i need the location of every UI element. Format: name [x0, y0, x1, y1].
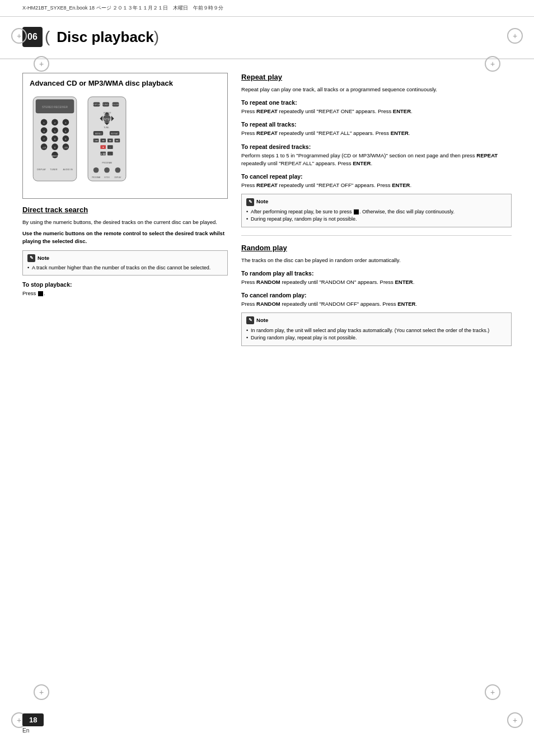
svg-text:0: 0: [54, 146, 55, 149]
corner-decoration-tr2: [485, 56, 500, 72]
advanced-section-title: Advanced CD or MP3/WMA disc playback: [30, 79, 221, 88]
cancel-repeat-body: Press REPEAT repeatedly until "REPEAT OF…: [241, 181, 512, 189]
stop-symbol-note: [354, 209, 359, 214]
repeat-all-body: Press REPEAT repeatedly until "REPEAT AL…: [241, 129, 512, 137]
title-bracket-open: (: [45, 28, 50, 46]
stop-playback-heading: To stop playback:: [22, 281, 228, 288]
stop-playback-body: Press .: [22, 290, 228, 297]
repeat-note-header: ✎ Note: [246, 198, 507, 206]
header-bar: X-HM21BT_SYXE8_En.book 18 ページ ２０１３年１１月２１…: [0, 0, 534, 17]
repeat-one-heading: To repeat one track:: [241, 99, 512, 106]
repeat-note-box: ✎ Note After performing repeat play, be …: [241, 194, 512, 227]
svg-text:DISPLAY: DISPLAY: [114, 176, 121, 179]
cancel-random-heading: To cancel random play:: [241, 292, 512, 298]
svg-point-70: [115, 167, 121, 173]
random-note-icon: ✎: [246, 316, 254, 324]
main-content: Advanced CD or MP3/WMA disc playback STE…: [0, 73, 534, 351]
svg-text:9: 9: [65, 138, 66, 141]
section-divider: [241, 235, 512, 236]
direct-track-heading: Direct track search: [22, 206, 228, 215]
direct-track-note-box: ✎ Note A track number higher than the nu…: [22, 250, 228, 276]
svg-text:3: 3: [65, 122, 66, 124]
svg-text:■: ■: [102, 146, 104, 148]
svg-text:6: 6: [65, 130, 66, 133]
random-note-item-2: During random play, repeat play is not p…: [246, 334, 507, 342]
svg-text:+: +: [110, 146, 111, 148]
device-image-area: STEREO RECEIVER 1: [30, 94, 221, 184]
svg-text:STEREO RECEIVER: STEREO RECEIVER: [42, 106, 68, 109]
svg-text:+10: +10: [42, 146, 46, 149]
random-note-box: ✎ Note In random play, the unit will sel…: [241, 312, 512, 346]
svg-text:TUNER: TUNER: [50, 168, 58, 171]
svg-text:8: 8: [54, 138, 55, 141]
svg-text:1: 1: [44, 122, 45, 124]
stop-symbol: [38, 291, 43, 296]
header-file-info: X-HM21BT_SYXE8_En.book 18 ページ ２０１３年１１月２１…: [22, 4, 223, 12]
advanced-section-box: Advanced CD or MP3/WMA disc playback STE…: [22, 73, 228, 199]
repeat-play-intro: Repeat play can play one track, all trac…: [241, 86, 512, 94]
svg-text:TUNE-: TUNE-: [104, 127, 109, 129]
svg-text:2: 2: [54, 122, 55, 124]
stop-playback-section: To stop playback: Press .: [22, 281, 228, 297]
repeat-play-section: Repeat play Repeat play can play one tra…: [241, 73, 512, 227]
repeat-note-item-2: During repeat play, random play is not p…: [246, 216, 507, 223]
direct-track-body: By using the numeric buttons, the desire…: [22, 218, 228, 226]
svg-text:MENU: MENU: [95, 132, 102, 135]
random-all-body: Press RANDOM repeatedly until "RANDOM ON…: [241, 278, 512, 286]
repeat-note-icon: ✎: [246, 198, 254, 206]
remote-control-left: STEREO RECEIVER 1: [30, 94, 80, 184]
svg-text:PROGRAM: PROGRAM: [92, 176, 101, 179]
random-play-section: Random play The tracks on the disc can b…: [241, 244, 512, 346]
corner-decoration-bl2: [34, 684, 49, 700]
note-icon: ✎: [27, 254, 35, 262]
cancel-random-body: Press RANDOM repeatedly until "RANDOM OF…: [241, 300, 512, 308]
right-column: Repeat play Repeat play can play one tra…: [241, 73, 512, 351]
title-bracket-close: ): [154, 28, 159, 46]
direct-track-note-header: ✎ Note: [27, 254, 223, 262]
svg-text:▶▶|: ▶▶|: [116, 139, 119, 142]
svg-text:DISPLAY: DISPLAY: [37, 168, 46, 171]
left-column: Advanced CD or MP3/WMA disc playback STE…: [22, 73, 228, 351]
svg-text:5: 5: [54, 130, 55, 133]
cancel-repeat-heading: To cancel repeat play:: [241, 173, 512, 180]
repeat-all-heading: To repeat all tracks:: [241, 121, 512, 128]
corner-decoration-br: [507, 712, 523, 728]
repeat-desired-body: Perform steps 1 to 5 in "Programmed play…: [241, 152, 512, 168]
random-note-header: ✎ Note: [246, 316, 507, 324]
svg-text:+100: +100: [64, 147, 68, 149]
svg-text:7: 7: [44, 138, 45, 141]
svg-text:RANDOM: RANDOM: [51, 155, 59, 157]
random-play-intro: The tracks on the disc can be played in …: [241, 256, 512, 264]
svg-text:PRESET: PRESET: [104, 112, 111, 114]
svg-text:FOLDER: FOLDER: [111, 103, 120, 106]
page-number: 18: [22, 713, 44, 726]
direct-track-note-item-1: A track number higher than the number of…: [27, 264, 223, 272]
page-title: Disc playback: [57, 29, 153, 46]
svg-point-69: [104, 167, 110, 173]
page-language: En: [22, 727, 29, 734]
svg-text:–: –: [110, 153, 111, 155]
svg-point-68: [93, 167, 99, 173]
svg-text:ENTER: ENTER: [102, 118, 112, 120]
direct-track-section: Direct track search By using the numeric…: [22, 206, 228, 298]
random-all-heading: To random play all tracks:: [241, 270, 512, 277]
remote-control-right: DISPLAY TUNE+ FOLDER ENTER PRESET TUNE- …: [85, 94, 129, 184]
page-footer: 18 En: [22, 713, 44, 734]
svg-text:DISPLAY: DISPLAY: [92, 103, 101, 106]
direct-track-bold-text: Use the numeric buttons on the remote co…: [22, 230, 228, 246]
svg-text:EXT.IN: EXT.IN: [105, 176, 110, 179]
page-title-bar: 06 ( Disc playback ): [0, 17, 534, 59]
repeat-note-item-1: After performing repeat play, be sure to…: [246, 208, 507, 216]
repeat-desired-heading: To repeat desired tracks:: [241, 143, 512, 150]
corner-decoration-tr: [507, 28, 523, 44]
corner-decoration-tl2: [34, 56, 49, 72]
svg-text:PROGRAM: PROGRAM: [102, 162, 112, 164]
svg-text:AUDIO IN: AUDIO IN: [63, 168, 73, 171]
svg-text:REPEAT: REPEAT: [111, 133, 118, 135]
corner-decoration-tl: [11, 28, 27, 44]
random-play-heading: Random play: [241, 244, 512, 253]
repeat-one-body: Press REPEAT repeatedly until "REPEAT ON…: [241, 108, 512, 115]
repeat-play-heading: Repeat play: [241, 73, 512, 82]
corner-decoration-br2: [485, 684, 500, 700]
random-note-item-1: In random play, the unit will select and…: [246, 327, 507, 335]
